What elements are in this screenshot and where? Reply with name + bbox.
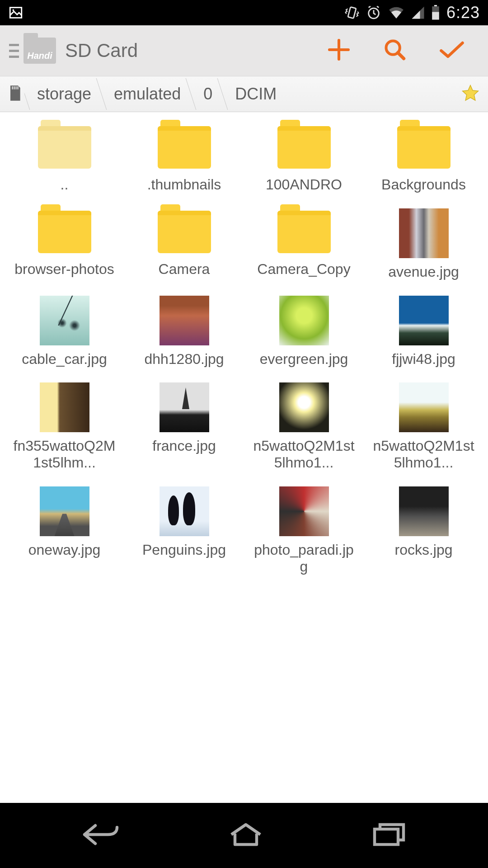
- image-thumbnail: [279, 486, 329, 536]
- item-label: oneway.jpg: [28, 542, 101, 558]
- system-nav-bar: [0, 803, 488, 868]
- file-item[interactable]: n5wattoQ2M1st5lhmo1...: [366, 382, 481, 471]
- app-header: Handi SD Card: [0, 25, 488, 76]
- item-label: Camera: [159, 261, 210, 278]
- file-item[interactable]: fjjwi48.jpg: [366, 296, 481, 368]
- item-label: cable_car.jpg: [22, 351, 107, 368]
- item-label: browser-photos: [14, 261, 114, 278]
- file-item[interactable]: n5wattoQ2M1st5lhmo1...: [247, 382, 361, 471]
- item-label: rocks.jpg: [394, 542, 452, 558]
- back-button[interactable]: [81, 822, 121, 849]
- svg-rect-4: [434, 5, 437, 6]
- image-thumbnail: [160, 296, 209, 345]
- file-item[interactable]: fn355wattoQ2M1st5lhm...: [7, 382, 122, 471]
- alarm-icon: [366, 5, 381, 20]
- image-thumbnail: [399, 382, 449, 432]
- svg-rect-10: [15, 86, 16, 90]
- image-thumbnail: [399, 486, 449, 536]
- folder-icon: [38, 126, 91, 169]
- file-item[interactable]: Penguins.jpg: [127, 486, 241, 575]
- image-thumbnail: [160, 486, 209, 536]
- page-title: SD Card: [65, 40, 326, 61]
- breadcrumb-label: 0: [203, 85, 212, 104]
- svg-rect-9: [14, 86, 14, 90]
- svg-rect-8: [12, 86, 13, 90]
- image-thumbnail: [160, 382, 209, 432]
- folder-icon: [277, 126, 331, 169]
- file-grid[interactable]: ...thumbnails100ANDROBackgroundsbrowser-…: [0, 112, 488, 803]
- menu-button[interactable]: [9, 42, 19, 60]
- folder-icon: [397, 126, 450, 169]
- svg-rect-6: [432, 12, 439, 19]
- item-label: .thumbnails: [147, 176, 221, 193]
- breadcrumb-label: DCIM: [235, 85, 277, 104]
- item-label: 100ANDRO: [266, 176, 342, 193]
- file-item[interactable]: rocks.jpg: [366, 486, 481, 575]
- svg-rect-12: [375, 829, 398, 844]
- folder-item[interactable]: Camera_Copy: [247, 208, 361, 280]
- image-thumbnail: [279, 382, 329, 432]
- folder-icon: [158, 126, 211, 169]
- file-item[interactable]: cable_car.jpg: [7, 296, 122, 368]
- image-thumbnail: [40, 382, 89, 432]
- app-logo-text: Handi: [27, 51, 52, 64]
- battery-icon: [431, 5, 440, 20]
- folder-item[interactable]: Backgrounds: [366, 124, 481, 193]
- item-label: Camera_Copy: [257, 261, 350, 278]
- file-item[interactable]: avenue.jpg: [366, 208, 481, 280]
- favorite-button[interactable]: [461, 84, 480, 104]
- folder-item[interactable]: 100ANDRO: [247, 124, 361, 193]
- image-thumbnail: [399, 208, 449, 258]
- confirm-button[interactable]: [438, 39, 465, 62]
- folder-icon: [38, 211, 91, 253]
- folder-item[interactable]: .thumbnails: [127, 124, 241, 193]
- file-item[interactable]: photo_paradi.jpg: [247, 486, 361, 575]
- image-thumbnail: [279, 296, 329, 345]
- file-item[interactable]: france.jpg: [127, 382, 241, 471]
- breadcrumb-segment[interactable]: storage: [24, 76, 101, 112]
- item-label: ..: [61, 176, 69, 193]
- breadcrumb-label: storage: [37, 85, 91, 104]
- item-label: fjjwi48.jpg: [392, 351, 455, 368]
- item-label: n5wattoQ2M1st5lhmo1...: [252, 438, 356, 471]
- status-bar: 6:23: [0, 0, 488, 25]
- search-button[interactable]: [383, 38, 407, 63]
- item-label: avenue.jpg: [388, 264, 459, 280]
- home-button[interactable]: [228, 822, 264, 849]
- image-thumbnail: [40, 486, 89, 536]
- breadcrumb-items: storage emulated 0 DCIM: [24, 76, 461, 112]
- item-label: evergreen.jpg: [260, 351, 348, 368]
- item-label: france.jpg: [152, 438, 216, 454]
- wifi-icon: [388, 5, 405, 20]
- add-button[interactable]: [326, 37, 352, 64]
- folder-item[interactable]: browser-photos: [7, 208, 122, 280]
- file-item[interactable]: oneway.jpg: [7, 486, 122, 575]
- item-label: Penguins.jpg: [142, 542, 226, 558]
- recent-apps-button[interactable]: [371, 822, 407, 849]
- image-thumbnail: [40, 296, 89, 345]
- item-label: photo_paradi.jpg: [252, 542, 356, 575]
- folder-item[interactable]: ..: [7, 124, 122, 193]
- file-item[interactable]: dhh1280.jpg: [127, 296, 241, 368]
- status-time: 6:23: [446, 3, 480, 22]
- item-label: n5wattoQ2M1st5lhmo1...: [372, 438, 476, 471]
- image-thumbnail: [399, 296, 449, 345]
- vibrate-icon: [344, 5, 360, 20]
- breadcrumb-segment[interactable]: DCIM: [222, 76, 286, 112]
- folder-icon: [158, 211, 211, 253]
- item-label: Backgrounds: [381, 176, 466, 193]
- breadcrumb-label: emulated: [114, 85, 181, 104]
- breadcrumb-segment[interactable]: 0: [191, 76, 222, 112]
- app-logo-icon[interactable]: Handi: [23, 38, 56, 64]
- svg-rect-11: [17, 86, 18, 90]
- breadcrumb: storage emulated 0 DCIM: [0, 76, 488, 112]
- cell-signal-icon: [411, 6, 425, 19]
- svg-rect-2: [348, 7, 356, 18]
- folder-item[interactable]: Camera: [127, 208, 241, 280]
- item-label: dhh1280.jpg: [144, 351, 224, 368]
- file-item[interactable]: evergreen.jpg: [247, 296, 361, 368]
- breadcrumb-segment[interactable]: emulated: [101, 76, 191, 112]
- gallery-icon: [8, 5, 23, 20]
- svg-point-1: [12, 9, 14, 11]
- sdcard-icon[interactable]: [8, 84, 22, 104]
